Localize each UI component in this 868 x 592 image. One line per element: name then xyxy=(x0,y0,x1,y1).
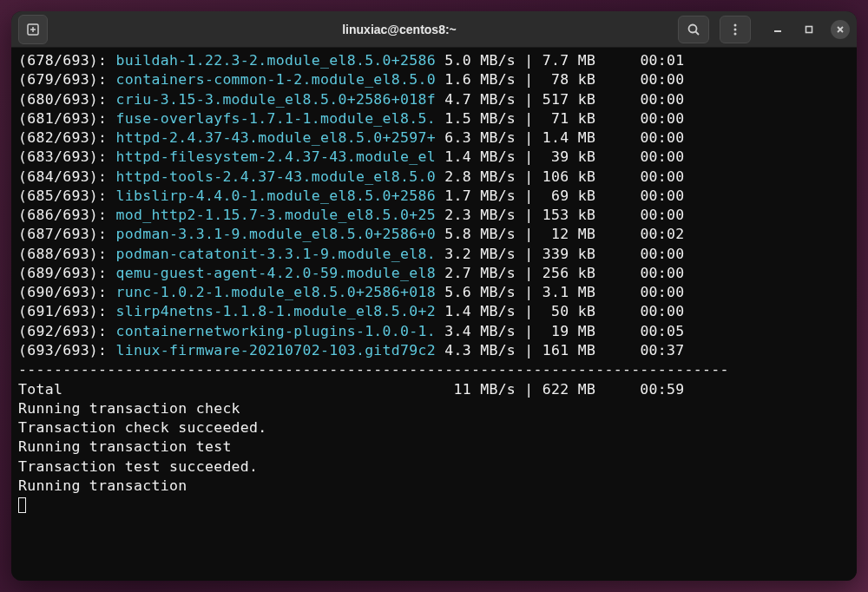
package-name: linux-firmware-20210702-103.gitd79c2 xyxy=(116,341,445,360)
package-stats: 4.3 MB/s | 161 MB 00:37 xyxy=(444,341,684,360)
package-stats: 5.0 MB/s | 7.7 MB 00:01 xyxy=(444,51,684,70)
package-index: (685/693): xyxy=(18,187,116,206)
package-index: (693/693): xyxy=(18,341,116,360)
close-icon xyxy=(835,24,845,35)
package-stats: 1.5 MB/s | 71 kB 00:00 xyxy=(444,109,684,128)
package-index: (687/693): xyxy=(18,225,116,244)
package-line: (692/693): containernetworking-plugins-1… xyxy=(18,322,850,341)
package-name: httpd-2.4.37-43.module_el8.5.0+2597+ xyxy=(116,128,445,148)
status-line: Running transaction xyxy=(18,477,850,496)
status-line: Running transaction check xyxy=(18,399,850,418)
svg-point-6 xyxy=(734,28,737,30)
package-name: mod_http2-1.15.7-3.module_el8.5.0+25 xyxy=(116,206,445,225)
package-line: (690/693): runc-1.0.2-1.module_el8.5.0+2… xyxy=(18,283,850,302)
package-line: (688/693): podman-catatonit-3.3.1-9.modu… xyxy=(18,245,850,264)
package-line: (685/693): libslirp-4.4.0-1.module_el8.5… xyxy=(18,187,850,206)
package-line: (693/693): linux-firmware-20210702-103.g… xyxy=(18,341,850,360)
package-index: (686/693): xyxy=(18,206,116,225)
package-index: (684/693): xyxy=(18,168,116,187)
total-line: Total 11 MB/s | 622 MB 00:59 xyxy=(18,380,850,399)
svg-point-5 xyxy=(734,23,737,26)
package-line: (678/693): buildah-1.22.3-2.module_el8.5… xyxy=(18,51,850,70)
package-name: fuse-overlayfs-1.7.1-1.module_el8.5. xyxy=(116,109,445,128)
package-stats: 2.3 MB/s | 153 kB 00:00 xyxy=(444,206,684,225)
close-button[interactable] xyxy=(831,20,850,39)
titlebar-left xyxy=(18,15,140,44)
package-line: (684/693): httpd-tools-2.4.37-43.module_… xyxy=(18,168,850,187)
package-name: containernetworking-plugins-1.0.0-1. xyxy=(116,322,445,341)
package-stats: 1.6 MB/s | 78 kB 00:00 xyxy=(444,70,684,89)
window-titlebar: linuxiac@centos8:~ xyxy=(11,11,857,48)
svg-rect-9 xyxy=(806,26,812,32)
package-index: (691/693): xyxy=(18,302,116,321)
window-controls xyxy=(768,20,850,39)
svg-point-3 xyxy=(689,24,697,32)
package-index: (683/693): xyxy=(18,148,116,167)
package-stats: 1.4 MB/s | 39 kB 00:00 xyxy=(444,148,684,167)
package-line: (691/693): slirp4netns-1.1.8-1.module_el… xyxy=(18,302,850,321)
package-stats: 6.3 MB/s | 1.4 MB 00:00 xyxy=(444,128,684,148)
package-name: podman-3.3.1-9.module_el8.5.0+2586+0 xyxy=(116,225,445,244)
cursor xyxy=(18,497,26,513)
package-name: slirp4netns-1.1.8-1.module_el8.5.0+2 xyxy=(116,302,445,321)
package-line: (686/693): mod_http2-1.15.7-3.module_el8… xyxy=(18,206,850,225)
package-stats: 5.8 MB/s | 12 MB 00:02 xyxy=(444,225,684,244)
terminal-window: linuxiac@centos8:~ xyxy=(11,11,857,581)
package-name: httpd-tools-2.4.37-43.module_el8.5.0 xyxy=(116,168,445,187)
kebab-menu-icon xyxy=(728,23,742,36)
search-icon xyxy=(687,23,700,36)
package-stats: 1.4 MB/s | 50 kB 00:00 xyxy=(444,302,684,321)
package-name: containers-common-1-2.module_el8.5.0 xyxy=(116,70,445,89)
new-tab-icon xyxy=(26,23,40,36)
package-index: (680/693): xyxy=(18,90,116,109)
minimize-button[interactable] xyxy=(768,20,787,39)
package-name: libslirp-4.4.0-1.module_el8.5.0+2586 xyxy=(116,187,445,206)
package-index: (679/693): xyxy=(18,70,116,89)
menu-button[interactable] xyxy=(720,16,751,43)
maximize-icon xyxy=(804,24,814,35)
package-index: (678/693): xyxy=(18,51,116,70)
maximize-button[interactable] xyxy=(799,20,819,39)
package-index: (689/693): xyxy=(18,264,116,283)
package-stats: 3.2 MB/s | 339 kB 00:00 xyxy=(444,245,684,264)
svg-line-4 xyxy=(696,31,700,35)
divider: ----------------------------------------… xyxy=(18,360,850,379)
package-name: podman-catatonit-3.3.1-9.module_el8. xyxy=(116,245,445,264)
package-line: (680/693): criu-3.15-3.module_el8.5.0+25… xyxy=(18,90,850,109)
package-line: (683/693): httpd-filesystem-2.4.37-43.mo… xyxy=(18,148,850,167)
package-stats: 5.6 MB/s | 3.1 MB 00:00 xyxy=(444,283,684,302)
package-stats: 2.8 MB/s | 106 kB 00:00 xyxy=(444,168,684,187)
status-line: Running transaction test xyxy=(18,437,850,457)
cursor-line xyxy=(18,496,850,515)
package-line: (679/693): containers-common-1-2.module_… xyxy=(18,70,850,89)
package-index: (682/693): xyxy=(18,128,116,148)
search-button[interactable] xyxy=(678,16,709,43)
package-stats: 2.7 MB/s | 256 kB 00:00 xyxy=(444,264,684,283)
package-line: (687/693): podman-3.3.1-9.module_el8.5.0… xyxy=(18,225,850,244)
package-name: httpd-filesystem-2.4.37-43.module_el xyxy=(116,148,445,167)
package-index: (681/693): xyxy=(18,109,116,128)
package-stats: 1.7 MB/s | 69 kB 00:00 xyxy=(444,187,684,206)
terminal-output[interactable]: (678/693): buildah-1.22.3-2.module_el8.5… xyxy=(11,48,857,581)
package-index: (692/693): xyxy=(18,322,116,341)
package-index: (688/693): xyxy=(18,245,116,264)
package-line: (689/693): qemu-guest-agent-4.2.0-59.mod… xyxy=(18,264,850,283)
window-title: linuxiac@centos8:~ xyxy=(140,23,659,36)
package-index: (690/693): xyxy=(18,283,116,302)
package-name: criu-3.15-3.module_el8.5.0+2586+018f xyxy=(116,90,445,109)
package-name: buildah-1.22.3-2.module_el8.5.0+2586 xyxy=(116,51,445,70)
svg-point-7 xyxy=(734,32,737,35)
package-line: (682/693): httpd-2.4.37-43.module_el8.5.… xyxy=(18,128,850,148)
package-stats: 4.7 MB/s | 517 kB 00:00 xyxy=(444,90,684,109)
package-line: (681/693): fuse-overlayfs-1.7.1-1.module… xyxy=(18,109,850,128)
titlebar-right xyxy=(659,16,850,43)
status-line: Transaction test succeeded. xyxy=(18,457,850,477)
status-line: Transaction check succeeded. xyxy=(18,418,850,437)
package-stats: 3.4 MB/s | 19 MB 00:05 xyxy=(444,322,684,341)
package-name: qemu-guest-agent-4.2.0-59.module_el8 xyxy=(116,264,445,283)
minimize-icon xyxy=(773,24,783,35)
package-name: runc-1.0.2-1.module_el8.5.0+2586+018 xyxy=(116,283,445,302)
new-tab-button[interactable] xyxy=(18,15,48,44)
